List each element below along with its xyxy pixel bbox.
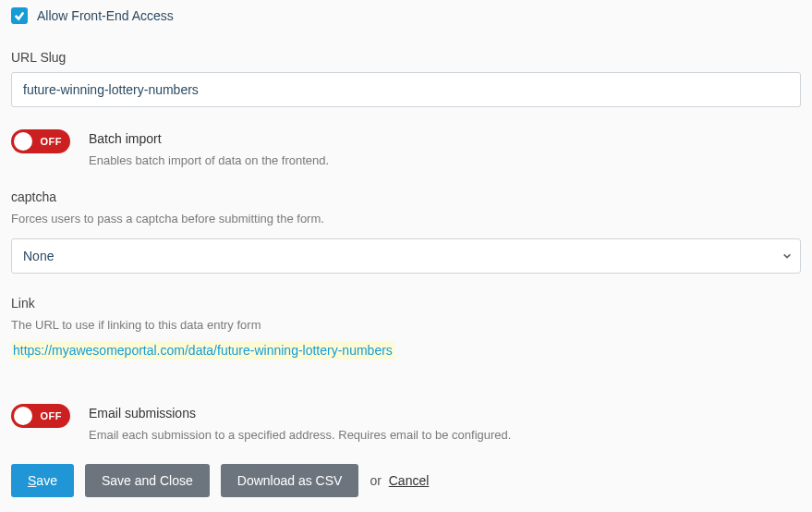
batch-import-meta: Batch import Enables batch import of dat… <box>89 129 801 167</box>
allow-frontend-label: Allow Front-End Access <box>37 8 174 23</box>
save-button[interactable]: Save <box>11 464 74 497</box>
captcha-label: captcha <box>11 189 801 204</box>
captcha-hint: Forces users to pass a captcha before su… <box>11 212 801 226</box>
save-button-label: Save <box>28 473 57 488</box>
batch-import-title: Batch import <box>89 131 801 146</box>
captcha-select[interactable]: None <box>11 238 801 274</box>
link-group: Link The URL to use if linking to this d… <box>11 296 801 360</box>
or-cancel-group: or Cancel <box>370 473 429 488</box>
email-submissions-toggle-state: OFF <box>41 410 63 421</box>
url-slug-input[interactable] <box>11 72 801 107</box>
url-slug-label: URL Slug <box>11 50 801 65</box>
email-submissions-title: Email submissions <box>89 406 801 421</box>
toggle-knob <box>14 407 32 425</box>
batch-import-toggle-state: OFF <box>41 136 63 147</box>
allow-frontend-checkbox[interactable] <box>11 7 28 24</box>
batch-import-row: OFF Batch import Enables batch import of… <box>11 129 801 167</box>
batch-import-toggle[interactable]: OFF <box>11 129 70 153</box>
save-and-close-button[interactable]: Save and Close <box>85 464 210 497</box>
or-text: or <box>370 473 381 488</box>
captcha-select-wrap: None <box>11 238 801 274</box>
allow-frontend-row: Allow Front-End Access <box>11 7 801 24</box>
link-value: https://myawesomeportal.com/data/future-… <box>11 341 394 360</box>
email-submissions-row: OFF Email submissions Email each submiss… <box>11 404 801 442</box>
link-label: Link <box>11 296 801 311</box>
email-submissions-meta: Email submissions Email each submission … <box>89 404 801 442</box>
toggle-knob <box>14 132 32 151</box>
email-submissions-toggle[interactable]: OFF <box>11 404 70 428</box>
button-row: Save Save and Close Download as CSV or C… <box>11 464 801 497</box>
settings-form: Allow Front-End Access URL Slug OFF Batc… <box>0 7 812 508</box>
captcha-group: captcha Forces users to pass a captcha b… <box>11 189 801 274</box>
cancel-link[interactable]: Cancel <box>389 473 430 488</box>
batch-import-description: Enables batch import of data on the fron… <box>89 153 801 167</box>
download-csv-button[interactable]: Download as CSV <box>221 464 359 497</box>
email-submissions-description: Email each submission to a specified add… <box>89 428 801 442</box>
checkmark-icon <box>14 10 25 21</box>
link-hint: The URL to use if linking to this data e… <box>11 318 801 332</box>
url-slug-group: URL Slug <box>11 50 801 107</box>
